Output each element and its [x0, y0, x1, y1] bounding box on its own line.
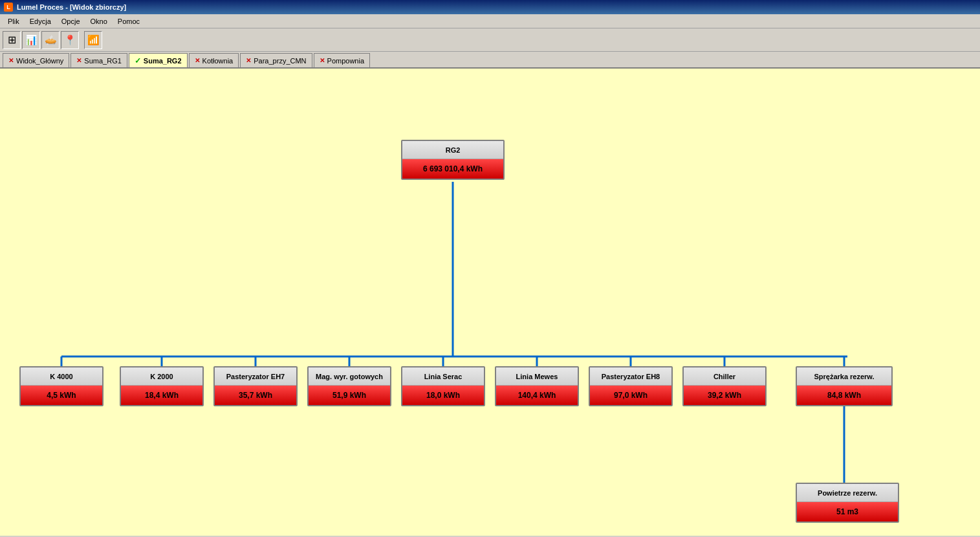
node-powietrze-rezerw[interactable]: Powietrze rezerw. 51 m3: [796, 483, 899, 523]
toolbar: ⊞ 📊 🥧 📍 📶: [0, 28, 980, 52]
menu-plik[interactable]: Plik: [3, 16, 25, 27]
node-linia-serac-value: 18,0 kWh: [402, 386, 484, 405]
main-canvas: RG2 6 693 010,4 kWh K 4000 4,5 kWh K 200…: [0, 69, 980, 536]
pie-icon: 🥧: [45, 34, 57, 46]
node-pasteryzator-eh7[interactable]: Pasteryzator EH7 35,7 kWh: [213, 366, 298, 406]
tab-bar: ✕ Widok_Główny ✕ Suma_RG1 ✓ Suma_RG2 ✕ K…: [0, 52, 980, 69]
tab-label: Widok_Główny: [16, 57, 63, 65]
node-chiller-label: Chiller: [684, 367, 765, 386]
menu-bar: Plik Edycja Opcje Okno Pomoc: [0, 14, 980, 28]
tab-label: Para_przy_CMN: [254, 57, 306, 65]
node-powietrze-label: Powietrze rezerw.: [797, 484, 898, 502]
tab-x-icon: ✕: [320, 57, 325, 64]
node-k4000-label: K 4000: [21, 367, 102, 386]
menu-opcje[interactable]: Opcje: [56, 16, 85, 27]
tab-kotlownia[interactable]: ✕ Kotłownia: [189, 53, 239, 67]
node-pasteryzator-eh7-value: 35,7 kWh: [215, 386, 296, 405]
node-k2000-label: K 2000: [121, 367, 202, 386]
menu-okno[interactable]: Okno: [85, 16, 113, 27]
node-sprezarka-value: 84,8 kWh: [797, 386, 891, 405]
node-pasteryzator-eh7-label: Pasteryzator EH7: [215, 367, 296, 386]
node-k2000[interactable]: K 2000 18,4 kWh: [120, 366, 204, 406]
node-linia-mewes-value: 140,4 kWh: [496, 386, 578, 405]
tab-x-icon: ✕: [195, 57, 200, 64]
node-mag-value: 51,9 kWh: [309, 386, 390, 405]
app-icon: L: [4, 3, 13, 12]
toolbar-pin-btn[interactable]: 📍: [61, 31, 79, 49]
node-pasteryzator-eh8-value: 97,0 kWh: [590, 386, 671, 405]
node-sprezarka-rezerw[interactable]: Sprężarka rezerw. 84,8 kWh: [796, 366, 893, 406]
node-sprezarka-label: Sprężarka rezerw.: [797, 367, 891, 386]
node-linia-serac[interactable]: Linia Serac 18,0 kWh: [401, 366, 485, 406]
tab-label: Pompownia: [327, 57, 364, 65]
tab-x-icon: ✕: [76, 57, 82, 64]
tab-x-icon: ✕: [8, 57, 14, 64]
tree-diagram: RG2 6 693 010,4 kWh K 4000 4,5 kWh K 200…: [0, 75, 970, 536]
node-powietrze-value: 51 m3: [797, 502, 898, 521]
node-k2000-value: 18,4 kWh: [121, 386, 202, 405]
toolbar-pie-btn[interactable]: 🥧: [41, 31, 60, 49]
toolbar-grid-btn[interactable]: ⊞: [3, 31, 21, 49]
node-chiller[interactable]: Chiller 39,2 kWh: [682, 366, 767, 406]
tab-x-icon: ✕: [246, 57, 251, 64]
node-pasteryzator-eh8[interactable]: Pasteryzator EH8 97,0 kWh: [589, 366, 673, 406]
node-k4000[interactable]: K 4000 4,5 kWh: [19, 366, 103, 406]
menu-edycja[interactable]: Edycja: [25, 16, 56, 27]
tab-pompownia[interactable]: ✕ Pompownia: [314, 53, 370, 67]
tab-para-przy-cmn[interactable]: ✕ Para_przy_CMN: [240, 53, 312, 67]
node-rg2[interactable]: RG2 6 693 010,4 kWh: [401, 140, 505, 180]
tab-suma-rg2[interactable]: ✓ Suma_RG2: [129, 53, 188, 67]
node-linia-mewes-label: Linia Mewes: [496, 367, 578, 386]
toolbar-bar-btn[interactable]: 📶: [84, 31, 102, 49]
bar-icon: 📶: [87, 34, 100, 46]
node-rg2-value: 6 693 010,4 kWh: [402, 159, 503, 179]
pin-icon: 📍: [64, 34, 76, 46]
tab-check-icon: ✓: [135, 56, 141, 65]
tab-label: Suma_RG2: [144, 57, 182, 65]
node-mag-label: Mag. wyr. gotowych: [309, 367, 390, 386]
tab-label: Kotłownia: [202, 57, 234, 65]
menu-pomoc[interactable]: Pomoc: [113, 16, 145, 27]
node-pasteryzator-eh8-label: Pasteryzator EH8: [590, 367, 671, 386]
app-title: Lumel Proces - [Widok zbiorczy]: [17, 3, 126, 11]
node-linia-mewes[interactable]: Linia Mewes 140,4 kWh: [495, 366, 579, 406]
node-chiller-value: 39,2 kWh: [684, 386, 765, 405]
tab-widok-glowny[interactable]: ✕ Widok_Główny: [3, 53, 69, 67]
chart-icon: 📊: [25, 34, 38, 46]
node-mag-wyr-gotowych[interactable]: Mag. wyr. gotowych 51,9 kWh: [307, 366, 391, 406]
tab-label: Suma_RG1: [84, 57, 121, 65]
grid-icon: ⊞: [8, 34, 16, 46]
node-linia-serac-label: Linia Serac: [402, 367, 484, 386]
node-rg2-label: RG2: [402, 141, 503, 159]
title-bar: L Lumel Proces - [Widok zbiorczy]: [0, 0, 980, 14]
toolbar-chart-btn[interactable]: 📊: [22, 31, 40, 49]
tab-suma-rg1[interactable]: ✕ Suma_RG1: [71, 53, 127, 67]
node-k4000-value: 4,5 kWh: [21, 386, 102, 405]
